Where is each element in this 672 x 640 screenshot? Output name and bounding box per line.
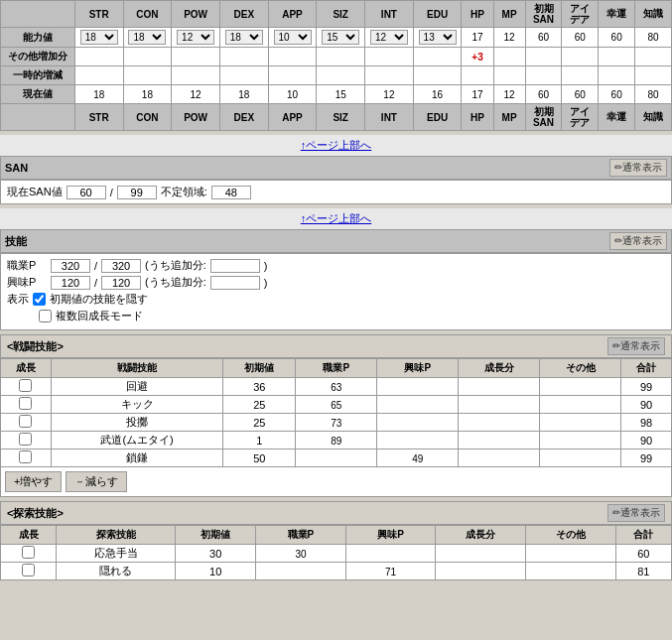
combat-hobby-input-3[interactable]	[402, 436, 434, 447]
search-hobby-0[interactable]	[345, 545, 436, 563]
combat-growth-val-input-0[interactable]	[483, 382, 515, 393]
siz-ability[interactable]: 15	[317, 28, 365, 48]
edu-other-input[interactable]	[421, 52, 455, 63]
search-growth-val-0[interactable]	[436, 545, 526, 563]
str-other-input[interactable]	[82, 52, 116, 63]
siz-select[interactable]: 15	[322, 30, 359, 45]
combat-growth-val-0[interactable]	[459, 378, 540, 396]
combat-other-input-3[interactable]	[565, 436, 597, 447]
skills-edit-button[interactable]: ✏通常表示	[609, 232, 667, 250]
search-growth-val-input-1[interactable]	[465, 567, 496, 577]
san-indefinite-input[interactable]	[211, 186, 251, 199]
int-ability[interactable]: 12	[365, 28, 414, 48]
combat-job-0[interactable]	[296, 378, 377, 396]
luck-temp[interactable]	[599, 66, 635, 85]
dex-select[interactable]: 18	[225, 30, 263, 45]
con-temp[interactable]	[123, 66, 172, 85]
page-link-top-1[interactable]: ↑ページ上部へ	[0, 135, 672, 156]
app-other-input[interactable]	[276, 52, 310, 63]
edu-temp-input[interactable]	[421, 70, 455, 81]
int-other[interactable]	[365, 48, 414, 66]
search-other-input-1[interactable]	[555, 567, 587, 577]
app-other[interactable]	[268, 48, 317, 66]
knowledge-other-input[interactable]	[639, 52, 667, 63]
luck-other[interactable]	[599, 48, 635, 66]
pow-other[interactable]	[172, 48, 220, 66]
search-growth-check-1[interactable]	[22, 564, 35, 576]
pow-temp-input[interactable]	[179, 70, 212, 81]
search-growth-val-input-0[interactable]	[465, 549, 496, 560]
combat-other-1[interactable]	[540, 396, 621, 414]
page-link-top-2[interactable]: ↑ページ上部へ	[0, 208, 672, 229]
pow-other-input[interactable]	[179, 52, 212, 63]
idea-temp-input[interactable]	[566, 70, 594, 81]
combat-job-1[interactable]	[296, 396, 377, 414]
con-select[interactable]: 18	[128, 30, 166, 45]
combat-hobby-1[interactable]	[377, 396, 459, 414]
san-current-input[interactable]	[67, 186, 106, 199]
search-growth-1[interactable]	[1, 563, 57, 580]
edu-other[interactable]	[413, 48, 462, 66]
siz-other-input[interactable]	[324, 52, 357, 63]
app-select[interactable]: 10	[274, 30, 312, 45]
combat-job-4[interactable]	[296, 449, 377, 467]
combat-hobby-input-1[interactable]	[402, 400, 434, 411]
combat-other-input-4[interactable]	[565, 453, 597, 464]
combat-hobby-input-2[interactable]	[402, 418, 434, 429]
knowledge-temp[interactable]	[635, 66, 672, 85]
app-temp-input[interactable]	[276, 70, 310, 81]
combat-hobby-input-4[interactable]	[402, 453, 434, 464]
con-temp-input[interactable]	[130, 70, 164, 81]
mp-temp-input[interactable]	[497, 70, 521, 81]
combat-job-input-0[interactable]	[321, 382, 352, 393]
san-temp-input[interactable]	[530, 70, 558, 81]
combat-growth-val-input-1[interactable]	[483, 400, 515, 411]
combat-other-input-0[interactable]	[565, 382, 597, 393]
idea-other-input[interactable]	[566, 52, 594, 63]
search-growth-0[interactable]	[1, 545, 57, 563]
combat-job-input-4[interactable]	[321, 453, 352, 464]
job-points-input2[interactable]	[101, 259, 141, 273]
combat-edit-button[interactable]: ✏通常表示	[607, 337, 665, 355]
int-temp[interactable]	[365, 66, 414, 85]
hp-temp-input[interactable]	[466, 70, 489, 81]
combat-growth-4[interactable]	[1, 449, 52, 467]
combat-other-input-2[interactable]	[565, 418, 597, 429]
combat-growth-val-input-2[interactable]	[483, 418, 515, 429]
combat-growth-val-input-4[interactable]	[483, 453, 515, 464]
dex-other[interactable]	[219, 48, 268, 66]
combat-growth-check-2[interactable]	[19, 415, 32, 428]
hobby-add-input[interactable]	[210, 276, 260, 290]
combat-growth-val-input-3[interactable]	[483, 436, 515, 447]
dex-ability[interactable]: 18	[219, 28, 268, 48]
str-ability[interactable]: 18	[74, 28, 123, 48]
combat-add-button[interactable]: +増やす	[5, 471, 62, 492]
dex-temp[interactable]	[219, 66, 268, 85]
combat-growth-val-3[interactable]	[459, 432, 540, 449]
search-job-0[interactable]	[256, 545, 346, 563]
str-other[interactable]	[74, 48, 123, 66]
search-growth-check-0[interactable]	[22, 546, 35, 559]
mp-other[interactable]	[493, 48, 525, 66]
combat-hobby-3[interactable]	[377, 432, 459, 449]
pow-ability[interactable]: 12	[172, 28, 220, 48]
combat-job-input-3[interactable]	[321, 436, 352, 447]
int-other-input[interactable]	[372, 52, 406, 63]
siz-temp[interactable]	[317, 66, 365, 85]
con-other[interactable]	[123, 48, 172, 66]
san-other-input[interactable]	[530, 52, 558, 63]
combat-other-4[interactable]	[540, 449, 621, 467]
combat-hobby-4[interactable]	[377, 449, 459, 467]
int-select[interactable]: 12	[370, 30, 408, 45]
knowledge-temp-input[interactable]	[639, 70, 667, 81]
combat-hobby-input-0[interactable]	[402, 382, 434, 393]
luck-other-input[interactable]	[603, 52, 630, 63]
str-select[interactable]: 18	[80, 30, 118, 45]
con-other-input[interactable]	[130, 52, 164, 63]
combat-growth-check-1[interactable]	[19, 397, 32, 410]
search-hobby-1[interactable]	[345, 563, 436, 580]
search-other-1[interactable]	[525, 563, 615, 580]
app-ability[interactable]: 10	[268, 28, 317, 48]
job-points-input1[interactable]	[51, 259, 90, 273]
combat-growth-check-3[interactable]	[19, 433, 32, 446]
